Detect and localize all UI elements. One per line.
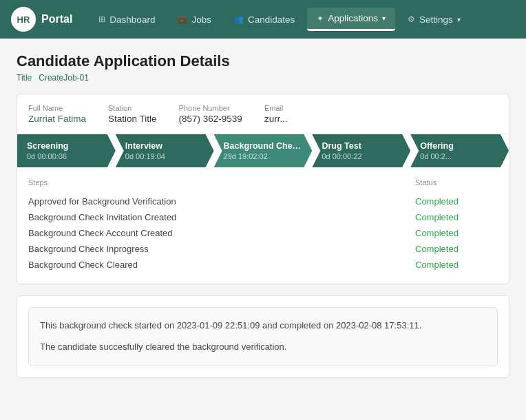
pipeline-step-screening[interactable]: Screening0d 00:00:06 bbox=[17, 134, 116, 167]
applications-label: Applications bbox=[328, 13, 378, 23]
nav-item-candidates[interactable]: 👥Candidates bbox=[224, 9, 304, 30]
settings-icon: ⚙ bbox=[408, 14, 415, 24]
step-row-name: Background Check Account Created bbox=[28, 228, 415, 238]
info-line2: The candidate succesfully cleared the ba… bbox=[40, 340, 486, 355]
step-row-name: Background Check Cleared bbox=[28, 260, 415, 270]
chevron-down-icon: ▾ bbox=[457, 16, 461, 23]
step-row: Background Check Invitation CreatedCompl… bbox=[28, 209, 498, 225]
status-col-label: Status bbox=[415, 178, 498, 187]
station-field: Station Station Title bbox=[108, 104, 157, 124]
step-time: 29d 19:02:02 bbox=[224, 152, 303, 160]
step-row-name: Background Check Invitation Created bbox=[28, 212, 415, 222]
step-time: 0d 00:00:22 bbox=[322, 152, 401, 160]
breadcrumb: Title CreateJob-01 bbox=[17, 73, 509, 83]
step-row-name: Background Check Inprogress bbox=[28, 244, 415, 254]
jobs-icon: 💼 bbox=[177, 14, 187, 24]
step-row: Approved for Background VerificationComp… bbox=[28, 193, 498, 209]
logo: HR bbox=[11, 7, 36, 32]
step-row: Background Check Account CreatedComplete… bbox=[28, 225, 498, 241]
step-name: Drug Test bbox=[322, 141, 401, 151]
email-field: Email zurr... bbox=[264, 104, 288, 124]
step-time: 0d 00:00:06 bbox=[27, 152, 106, 160]
pipeline: Screening0d 00:00:06Interview0d 00:19:04… bbox=[17, 134, 509, 167]
candidates-icon: 👥 bbox=[233, 14, 244, 24]
info-box: This background check started on 2023-01… bbox=[28, 307, 498, 366]
jobs-label: Jobs bbox=[191, 14, 211, 25]
step-time: 0d 00:2... bbox=[420, 152, 499, 160]
candidates-label: Candidates bbox=[248, 14, 295, 25]
portal-label: Portal bbox=[41, 13, 72, 25]
step-row-status: Completed bbox=[415, 212, 498, 222]
info-row: Full Name Zurriat Fatima Station Station… bbox=[17, 94, 509, 134]
nav-items: ⊞Dashboard💼Jobs👥Candidates✦Applications … bbox=[89, 8, 515, 31]
main-content: Candidate Application Details Title Crea… bbox=[0, 39, 526, 392]
phone-label: Phone Number bbox=[179, 104, 242, 112]
dashboard-icon: ⊞ bbox=[98, 14, 105, 24]
email-value: zurr... bbox=[264, 114, 288, 124]
settings-label: Settings bbox=[419, 14, 453, 25]
logo-text: HR bbox=[17, 14, 30, 25]
step-row-status: Completed bbox=[415, 228, 498, 238]
nav-item-settings[interactable]: ⚙Settings ▾ bbox=[398, 9, 470, 30]
dashboard-label: Dashboard bbox=[109, 14, 155, 25]
phone-value: (857) 362-9539 bbox=[179, 114, 242, 124]
full-name-label: Full Name bbox=[28, 104, 86, 112]
chevron-down-icon: ▾ bbox=[382, 14, 386, 22]
applications-icon: ✦ bbox=[317, 14, 324, 23]
step-name: Interview bbox=[125, 141, 204, 151]
subtitle-value[interactable]: CreateJob-01 bbox=[39, 73, 89, 83]
step-name: Background Checking bbox=[224, 141, 303, 151]
steps-header: Steps Status bbox=[28, 178, 498, 187]
station-value: Station Title bbox=[108, 114, 157, 124]
page-title: Candidate Application Details bbox=[17, 52, 509, 70]
info-line1: This background check started on 2023-01… bbox=[40, 319, 486, 333]
step-row: Background Check ClearedCompleted bbox=[28, 257, 498, 273]
step-time: 0d 00:19:04 bbox=[125, 152, 204, 160]
pipeline-step-offering[interactable]: Offering0d 00:2... bbox=[410, 134, 509, 167]
steps-section: Steps Status Approved for Background Ver… bbox=[17, 167, 509, 284]
info-box-card: This background check started on 2023-01… bbox=[17, 295, 509, 378]
nav-item-applications[interactable]: ✦Applications ▾ bbox=[307, 8, 395, 31]
step-row: Background Check InprogressCompleted bbox=[28, 241, 498, 257]
nav-item-jobs[interactable]: 💼Jobs bbox=[167, 9, 221, 30]
pipeline-step-background-checking[interactable]: Background Checking29d 19:02:02 bbox=[214, 134, 313, 167]
navbar: HR Portal ⊞Dashboard💼Jobs👥Candidates✦App… bbox=[0, 0, 526, 39]
step-row-status: Completed bbox=[415, 260, 498, 270]
steps-list: Approved for Background VerificationComp… bbox=[28, 193, 498, 273]
step-row-name: Approved for Background Verification bbox=[28, 196, 415, 207]
step-row-status: Completed bbox=[415, 244, 498, 254]
full-name-value: Zurriat Fatima bbox=[28, 114, 86, 124]
steps-col-label: Steps bbox=[28, 178, 415, 187]
pipeline-step-interview[interactable]: Interview0d 00:19:04 bbox=[116, 134, 214, 167]
full-name-field: Full Name Zurriat Fatima bbox=[28, 104, 86, 124]
email-label: Email bbox=[264, 104, 288, 112]
pipeline-step-drug-test[interactable]: Drug Test0d 00:00:22 bbox=[312, 134, 410, 167]
step-name: Offering bbox=[420, 141, 499, 151]
step-row-status: Completed bbox=[415, 196, 498, 207]
step-name: Screening bbox=[27, 141, 106, 151]
nav-item-dashboard[interactable]: ⊞Dashboard bbox=[89, 9, 165, 30]
station-label: Station bbox=[108, 104, 157, 112]
candidate-info-card: Full Name Zurriat Fatima Station Station… bbox=[17, 94, 509, 284]
phone-field: Phone Number (857) 362-9539 bbox=[179, 104, 242, 124]
subtitle-label: Title bbox=[17, 73, 32, 83]
